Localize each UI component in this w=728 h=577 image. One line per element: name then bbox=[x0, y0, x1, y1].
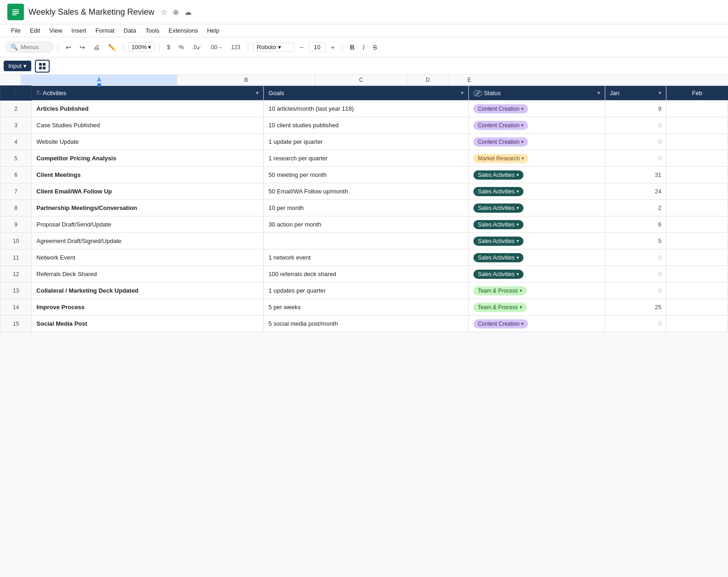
currency-icon[interactable]: $ bbox=[164, 42, 173, 52]
status-badge[interactable]: Content Creation ▾ bbox=[473, 121, 529, 130]
status-badge[interactable]: Content Creation ▾ bbox=[473, 137, 529, 147]
status-cell[interactable]: Content Creation ▾ bbox=[468, 101, 605, 117]
badge-dropdown-icon[interactable]: ▾ bbox=[517, 222, 519, 227]
status-badge[interactable]: Sales Activities ▾ bbox=[473, 220, 523, 229]
activity-cell[interactable]: Competitor Pricing Analysis bbox=[32, 150, 264, 167]
zoom-selector[interactable]: 100% ▾ bbox=[128, 42, 154, 52]
menu-file[interactable]: File bbox=[7, 25, 24, 36]
jan-cell[interactable]: 25 bbox=[605, 299, 666, 316]
italic-button[interactable]: I bbox=[360, 42, 367, 52]
badge-dropdown-icon[interactable]: ▾ bbox=[520, 305, 522, 310]
goals-cell[interactable]: 5 social media post/month bbox=[264, 316, 468, 332]
jan-cell[interactable]: 24 bbox=[605, 183, 666, 200]
badge-dropdown-icon[interactable]: ▾ bbox=[520, 288, 522, 293]
status-badge[interactable]: Sales Activities ▾ bbox=[473, 170, 523, 180]
status-cell[interactable]: Sales Activities ▾ bbox=[468, 233, 605, 249]
menu-view[interactable]: View bbox=[46, 25, 66, 36]
goals-cell[interactable]: 50 Email/WA Follow up/month bbox=[264, 183, 468, 200]
status-sort-icon[interactable]: ▾ bbox=[597, 90, 600, 96]
badge-dropdown-icon[interactable]: ▾ bbox=[521, 106, 523, 111]
badge-dropdown-icon[interactable]: ▾ bbox=[521, 123, 523, 128]
font-size-input[interactable]: 10 bbox=[309, 42, 325, 52]
col-header-a[interactable]: A bbox=[21, 75, 177, 85]
menu-extensions[interactable]: Extensions bbox=[165, 25, 202, 36]
jan-cell[interactable]: 2 bbox=[605, 200, 666, 216]
feb-cell[interactable] bbox=[666, 233, 728, 249]
star-icon[interactable]: ☆ bbox=[161, 8, 167, 17]
print-icon[interactable]: 🖨 bbox=[91, 42, 102, 52]
status-cell[interactable]: Sales Activities ▾ bbox=[468, 183, 605, 200]
grid-view-button[interactable] bbox=[35, 60, 50, 73]
feb-cell[interactable] bbox=[666, 150, 728, 167]
status-badge[interactable]: Content Creation ▾ bbox=[473, 104, 529, 113]
status-badge[interactable]: Sales Activities ▾ bbox=[473, 237, 523, 246]
menu-insert[interactable]: Insert bbox=[68, 25, 90, 36]
menu-tools[interactable]: Tools bbox=[142, 25, 163, 36]
goals-cell[interactable]: 5 per weeks bbox=[264, 299, 468, 316]
bold-button[interactable]: B bbox=[347, 42, 357, 52]
jan-cell[interactable]: 0 bbox=[605, 134, 666, 150]
jan-cell[interactable]: 0 bbox=[605, 266, 666, 283]
jan-cell[interactable]: 0 bbox=[605, 150, 666, 167]
activity-cell[interactable]: Client Email/WA Follow Up bbox=[32, 183, 264, 200]
activities-sort-icon[interactable]: ▾ bbox=[256, 90, 259, 96]
cloud-icon[interactable]: ☁ bbox=[184, 8, 192, 17]
jan-cell[interactable]: 31 bbox=[605, 167, 666, 183]
font-size-decrease-icon[interactable]: − bbox=[297, 42, 306, 52]
goals-cell[interactable] bbox=[264, 233, 468, 249]
search-input[interactable] bbox=[21, 44, 48, 51]
status-badge[interactable]: Content Creation ▾ bbox=[473, 319, 529, 328]
feb-cell[interactable] bbox=[666, 283, 728, 299]
activity-cell[interactable]: Website Update bbox=[32, 134, 264, 150]
status-cell[interactable]: Market Research ▾ bbox=[468, 150, 605, 167]
goals-cell[interactable]: 1 network event bbox=[264, 249, 468, 266]
badge-dropdown-icon[interactable]: ▾ bbox=[517, 238, 519, 243]
goals-cell[interactable]: 30 action per month bbox=[264, 216, 468, 233]
input-view-dropdown[interactable]: Input ▾ bbox=[4, 61, 31, 71]
feb-cell[interactable] bbox=[666, 134, 728, 150]
percent-icon[interactable]: % bbox=[176, 42, 187, 52]
status-cell[interactable]: Sales Activities ▾ bbox=[468, 249, 605, 266]
activity-cell[interactable]: Agreement Draft/Signed/Update bbox=[32, 233, 264, 249]
font-size-increase-icon[interactable]: + bbox=[328, 42, 337, 52]
undo-icon[interactable]: ↩ bbox=[63, 42, 74, 52]
jan-cell[interactable]: 5 bbox=[605, 233, 666, 249]
col-header-b[interactable]: B bbox=[177, 75, 315, 85]
status-badge[interactable]: Team & Process ▾ bbox=[473, 303, 527, 312]
goals-cell[interactable]: 10 articles/month (last year 118) bbox=[264, 101, 468, 117]
goals-cell[interactable]: 50 meeting per month bbox=[264, 167, 468, 183]
feb-cell[interactable] bbox=[666, 249, 728, 266]
status-badge[interactable]: Market Research ▾ bbox=[473, 154, 529, 163]
goals-sort-icon[interactable]: ▾ bbox=[461, 90, 464, 96]
status-cell[interactable]: Team & Process ▾ bbox=[468, 283, 605, 299]
status-cell[interactable]: Sales Activities ▾ bbox=[468, 200, 605, 216]
feb-cell[interactable] bbox=[666, 216, 728, 233]
feb-cell[interactable] bbox=[666, 316, 728, 332]
activity-cell[interactable]: Partnership Meetings/Conversation bbox=[32, 200, 264, 216]
status-badge[interactable]: Sales Activities ▾ bbox=[473, 204, 523, 213]
status-cell[interactable]: Sales Activities ▾ bbox=[468, 167, 605, 183]
strikethrough-button[interactable]: S bbox=[370, 42, 380, 52]
redo-icon[interactable]: ↪ bbox=[77, 42, 88, 52]
activity-cell[interactable]: Social Media Post bbox=[32, 316, 264, 332]
jan-sort-icon[interactable]: ▾ bbox=[659, 90, 661, 96]
activity-cell[interactable]: Improve Process bbox=[32, 299, 264, 316]
status-cell[interactable]: Content Creation ▾ bbox=[468, 316, 605, 332]
paint-format-icon[interactable]: ✏️ bbox=[105, 42, 119, 52]
activity-cell[interactable]: Client Meetings bbox=[32, 167, 264, 183]
goals-cell[interactable]: 10 client studies published bbox=[264, 117, 468, 134]
badge-dropdown-icon[interactable]: ▾ bbox=[517, 205, 519, 210]
search-box[interactable]: 🔍 bbox=[6, 42, 53, 52]
font-selector[interactable]: Roboto ▾ bbox=[253, 42, 294, 52]
drive-icon[interactable]: ⊕ bbox=[173, 8, 179, 17]
feb-cell[interactable] bbox=[666, 117, 728, 134]
status-cell[interactable]: Team & Process ▾ bbox=[468, 299, 605, 316]
badge-dropdown-icon[interactable]: ▾ bbox=[521, 321, 523, 326]
jan-cell[interactable]: 9 bbox=[605, 101, 666, 117]
jan-cell[interactable]: 0 bbox=[605, 249, 666, 266]
goals-cell[interactable]: 1 update per quarter bbox=[264, 134, 468, 150]
feb-cell[interactable] bbox=[666, 167, 728, 183]
jan-cell[interactable]: 6 bbox=[605, 216, 666, 233]
status-cell[interactable]: Content Creation ▾ bbox=[468, 134, 605, 150]
badge-dropdown-icon[interactable]: ▾ bbox=[522, 156, 524, 161]
